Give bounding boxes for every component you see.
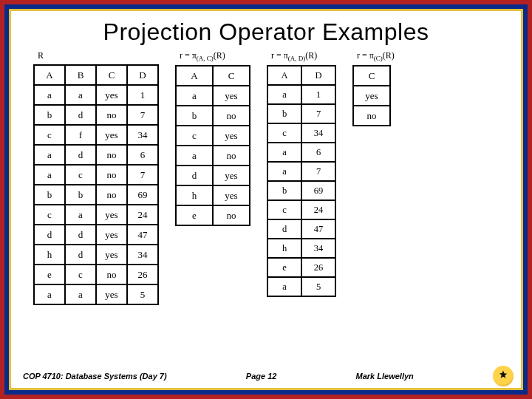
table-cell: f — [65, 125, 96, 145]
caption-AD: r = π(A, D)(R) — [271, 50, 317, 62]
table-row: dyes — [176, 166, 250, 185]
table-cell: d — [65, 245, 96, 265]
table-cell: 34 — [301, 123, 335, 143]
table-cell: 6 — [127, 145, 158, 165]
table-cell: h — [267, 239, 301, 258]
slide: Projection Operator Examples R ABCDaayes… — [11, 11, 521, 388]
table-cell: a — [34, 165, 65, 185]
table-row: a6 — [267, 143, 335, 162]
table-header: C — [213, 66, 250, 86]
table-row: a1 — [267, 85, 335, 104]
table-row: ddyes47 — [34, 225, 158, 245]
table-cell: yes — [213, 166, 250, 185]
table-cell: d — [65, 145, 96, 165]
frame-mid: Projection Operator Examples R ABCDaayes… — [4, 4, 528, 395]
table-cell: 5 — [301, 277, 335, 296]
table-cell: b — [34, 185, 65, 205]
table-row: cyes — [176, 126, 250, 146]
table-cell: a — [34, 145, 65, 165]
table-row: hyes — [176, 185, 250, 205]
table-cell: c — [267, 200, 301, 219]
table-cell: d — [34, 225, 65, 245]
table-cell: a — [267, 277, 301, 296]
table-cell: a — [267, 85, 301, 104]
block-AC: r = π(A, C)(R) ACayesbnocyesanodyeshyese… — [175, 50, 250, 226]
table-cell: a — [267, 162, 301, 181]
table-row: c24 — [267, 200, 335, 219]
table-header: A — [34, 65, 65, 85]
table-cell: 34 — [127, 125, 158, 145]
table-row: yes — [353, 86, 390, 106]
table-cell: b — [267, 181, 301, 200]
table-cell: yes — [353, 86, 390, 106]
table-row: c34 — [267, 123, 335, 143]
table-row: no — [353, 106, 390, 126]
frame-inner: Projection Operator Examples R ABCDaayes… — [9, 9, 523, 390]
table-cell: a — [65, 284, 96, 304]
table-cell: 7 — [127, 105, 158, 125]
table-cell: a — [267, 143, 301, 162]
table-row: bbno69 — [34, 185, 158, 205]
table-row: eno — [176, 205, 250, 225]
table-cell: h — [34, 245, 65, 265]
table-header: C — [353, 66, 390, 86]
table-row: ecno26 — [34, 265, 158, 284]
table-cell: a — [65, 85, 96, 105]
table-row: a7 — [267, 162, 335, 181]
table-row: acno7 — [34, 165, 158, 185]
table-row: e26 — [267, 258, 335, 277]
table-cell: yes — [96, 225, 127, 245]
table-cell: yes — [96, 284, 127, 304]
block-C: r = π(C)(R) Cyesno — [352, 50, 395, 126]
table-row: b69 — [267, 181, 335, 200]
table-row: a5 — [267, 277, 335, 296]
table-cell: no — [213, 205, 250, 225]
table-header: D — [301, 66, 335, 85]
logo-icon — [493, 366, 514, 386]
table-cell: 69 — [301, 181, 335, 200]
table-header: A — [267, 66, 301, 85]
table-row: ano — [176, 146, 250, 166]
table-cell: d — [176, 166, 213, 185]
table-cell: d — [65, 105, 96, 125]
footer-right: Mark Llewellyn — [356, 372, 414, 381]
table-cell: b — [65, 185, 96, 205]
table-cell: 24 — [301, 200, 335, 219]
table-cell: d — [65, 225, 96, 245]
table-row: cfyes34 — [34, 125, 158, 145]
table-cell: yes — [96, 125, 127, 145]
table-header: B — [65, 65, 96, 85]
table-row: adno6 — [34, 145, 158, 165]
table-cell: 26 — [301, 258, 335, 277]
table-cell: no — [96, 265, 127, 284]
table-cell: yes — [213, 185, 250, 205]
table-cell: no — [96, 185, 127, 205]
table-row: cayes24 — [34, 205, 158, 225]
table-header: C — [96, 65, 127, 85]
table-cell: 34 — [127, 245, 158, 265]
table-cell: no — [96, 165, 127, 185]
table-row: d47 — [267, 219, 335, 239]
table-cell: h — [176, 185, 213, 205]
table-row: hdyes34 — [34, 245, 158, 265]
table-cell: a — [34, 85, 65, 105]
table-cell: no — [96, 145, 127, 165]
table-cell: yes — [213, 86, 250, 106]
table-cell: c — [267, 123, 301, 143]
table-cell: no — [96, 105, 127, 125]
footer-left: COP 4710: Database Systems (Day 7) — [23, 372, 167, 381]
table-cell: 34 — [301, 239, 335, 258]
table-cell: b — [34, 105, 65, 125]
frame-outer: Projection Operator Examples R ABCDaayes… — [0, 0, 532, 399]
table-cell: 7 — [127, 165, 158, 185]
table-cell: no — [213, 106, 250, 126]
table-cell: 5 — [127, 284, 158, 304]
page-title: Projection Operator Examples — [11, 11, 521, 50]
table-cell: a — [34, 284, 65, 304]
table-cell: b — [176, 106, 213, 126]
table-cell: b — [267, 104, 301, 123]
table-cell: 26 — [127, 265, 158, 284]
caption-R: R — [38, 50, 44, 61]
table-cell: a — [65, 205, 96, 225]
table-cell: c — [34, 205, 65, 225]
